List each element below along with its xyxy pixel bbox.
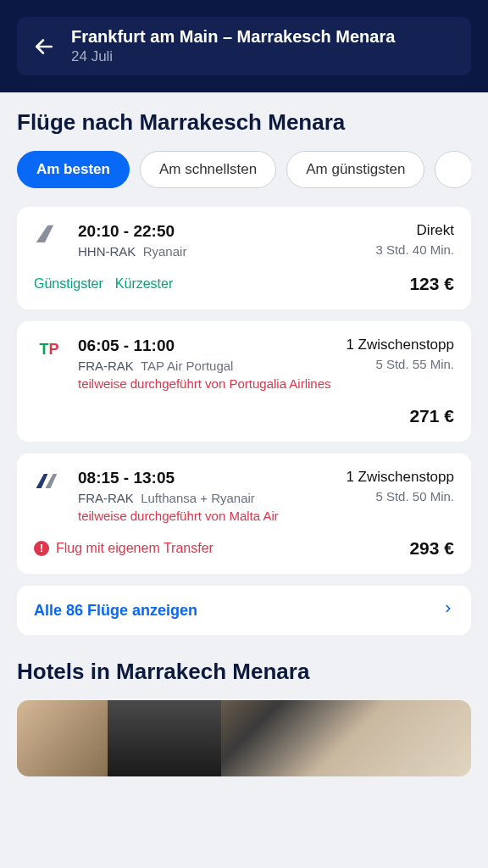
flight-info: 06:05 - 11:00 FRA-RAK TAP Air Portugal t… — [78, 337, 331, 391]
flight-right: 1 Zwischenstopp 5 Std. 50 Min. — [346, 469, 454, 523]
flight-stops: Direkt — [375, 222, 454, 239]
show-all-flights[interactable]: Alle 86 Flüge anzeigen — [17, 586, 471, 635]
flight-info: 08:15 - 13:05 FRA-RAK Lufthansa + Ryanai… — [78, 469, 279, 523]
flight-left: 08:15 - 13:05 FRA-RAK Lufthansa + Ryanai… — [34, 469, 279, 523]
hotels-section: Hotels in Marrakech Menara — [17, 659, 471, 776]
flight-price: 271 € — [409, 406, 454, 426]
flight-right: 1 Zwischenstopp 5 Std. 55 Min. — [346, 337, 454, 391]
tag-cheapest: Günstigster — [34, 276, 103, 292]
route-date: 24 Juli — [71, 48, 395, 65]
flight-times: 08:15 - 13:05 — [78, 469, 279, 487]
hotels-title: Hotels in Marrakech Menara — [17, 659, 471, 685]
filter-row: Am besten Am schnellsten Am günstigsten — [17, 151, 471, 188]
flight-info: 20:10 - 22:50 HHN-RAK Ryanair — [78, 222, 186, 259]
flight-left: TP 06:05 - 11:00 FRA-RAK TAP Air Portuga… — [34, 337, 331, 391]
page-title: Flüge nach Marrakesch Menara — [17, 109, 471, 136]
flight-card[interactable]: 20:10 - 22:50 HHN-RAK Ryanair Direkt 3 S… — [17, 207, 471, 309]
airline-icon — [34, 222, 64, 248]
app-header: Frankfurt am Main – Marrakesch Menara 24… — [0, 0, 488, 92]
filter-cheapest[interactable]: Am günstigsten — [286, 151, 424, 188]
flight-row: TP 06:05 - 11:00 FRA-RAK TAP Air Portuga… — [34, 337, 454, 391]
flight-route: HHN-RAK Ryanair — [78, 244, 186, 259]
airport-codes: FRA-RAK — [78, 491, 134, 505]
flight-right: Direkt 3 Std. 40 Min. — [375, 222, 454, 259]
flight-duration: 3 Std. 40 Min. — [375, 242, 454, 257]
flight-stops: 1 Zwischenstopp — [346, 337, 454, 353]
airline-name: Lufthansa + Ryanair — [141, 491, 255, 505]
flight-times: 06:05 - 11:00 — [78, 337, 331, 355]
flight-tags: Günstigster Kürzester — [34, 276, 173, 292]
hotel-image[interactable] — [17, 700, 471, 776]
filter-best[interactable]: Am besten — [17, 151, 130, 188]
flight-times: 20:10 - 22:50 — [78, 222, 186, 241]
airline-name: TAP Air Portugal — [141, 359, 234, 373]
chevron-right-icon — [442, 601, 454, 620]
filter-fastest[interactable]: Am schnellsten — [140, 151, 276, 188]
tag-shortest: Kürzester — [115, 276, 173, 292]
flight-route: FRA-RAK Lufthansa + Ryanair — [78, 491, 279, 505]
transfer-text: Flug mit eigenem Transfer — [56, 541, 214, 556]
flight-price: 123 € — [409, 274, 454, 294]
warning-icon: ! — [34, 541, 49, 556]
flight-route: FRA-RAK TAP Air Portugal — [78, 359, 331, 373]
flight-price: 293 € — [409, 538, 454, 559]
card-bottom: ! Flug mit eigenem Transfer 293 € — [34, 538, 454, 559]
header-bar[interactable]: Frankfurt am Main – Marrakesch Menara 24… — [17, 17, 471, 75]
flight-stops: 1 Zwischenstopp — [346, 469, 454, 486]
card-bottom: Günstigster Kürzester 123 € — [34, 274, 454, 294]
flight-left: 20:10 - 22:50 HHN-RAK Ryanair — [34, 222, 186, 259]
route-title: Frankfurt am Main – Marrakesch Menara — [71, 27, 395, 47]
flight-row: 08:15 - 13:05 FRA-RAK Lufthansa + Ryanai… — [34, 469, 454, 523]
flight-card[interactable]: TP 06:05 - 11:00 FRA-RAK TAP Air Portuga… — [17, 321, 471, 442]
airline-name: Ryanair — [143, 244, 187, 259]
show-all-label: Alle 86 Flüge anzeigen — [34, 602, 197, 620]
arrow-left-icon — [33, 36, 55, 58]
filter-more[interactable] — [435, 151, 471, 188]
main-content: Flüge nach Marrakesch Menara Am besten A… — [0, 92, 488, 793]
operated-by: teilweise durchgeführt von Portugalia Ai… — [78, 376, 331, 391]
airport-codes: FRA-RAK — [78, 359, 134, 373]
flight-row: 20:10 - 22:50 HHN-RAK Ryanair Direkt 3 S… — [34, 222, 454, 259]
flight-duration: 5 Std. 55 Min. — [346, 357, 454, 371]
flight-duration: 5 Std. 50 Min. — [346, 489, 454, 504]
card-bottom: 271 € — [34, 406, 454, 426]
airport-codes: HHN-RAK — [78, 244, 136, 259]
transfer-warning: ! Flug mit eigenem Transfer — [34, 541, 214, 556]
flight-card[interactable]: 08:15 - 13:05 FRA-RAK Lufthansa + Ryanai… — [17, 453, 471, 574]
airline-icon: TP — [34, 337, 64, 362]
airline-icon — [34, 469, 64, 494]
header-text: Frankfurt am Main – Marrakesch Menara 24… — [71, 27, 395, 65]
operated-by: teilweise durchgeführt von Malta Air — [78, 509, 279, 523]
back-button[interactable] — [30, 33, 58, 60]
